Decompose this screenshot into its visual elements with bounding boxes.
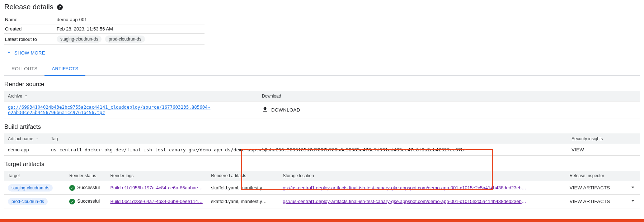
chevron-down-icon [630, 184, 636, 192]
table-row: prod-cloudrun-ds Successful Build 0bc1d2… [4, 195, 640, 208]
release-details-table: Name demo-app-001 Created Feb 28, 2023, … [4, 15, 205, 45]
col-archive-label: Archive [8, 94, 22, 99]
tab-artifacts[interactable]: ARTIFACTS [44, 62, 85, 76]
view-artifacts-label: VIEW ARTIFACTS [569, 185, 610, 190]
detail-row-created: Created Feb 28, 2023, 11:53:56 AM [4, 24, 205, 34]
table-row: demo-app us-central1-docker.pkg.dev/fina… [4, 144, 640, 156]
target-artifacts-table: Target Render status Render logs Rendere… [4, 171, 640, 208]
detail-value: demo-app-001 [56, 15, 205, 24]
build-artifacts-heading: Build artifacts [4, 123, 640, 131]
render-source-heading: Render source [4, 81, 640, 88]
target-chip[interactable]: prod-cloudrun-ds [105, 36, 145, 43]
target-chip[interactable]: staging-cloudrun-ds [8, 184, 53, 192]
storage-link[interactable]: gs://us-central1.deploy-artifacts.final-… [283, 185, 527, 190]
download-button[interactable]: DOWNLOAD [262, 106, 636, 114]
detail-row-name: Name demo-app-001 [4, 15, 205, 24]
success-icon [69, 185, 75, 191]
view-artifacts-button[interactable]: VIEW ARTIFACTS [569, 184, 636, 192]
detail-row-latest-rollout: Latest rollout to staging-cloudrun-ds pr… [4, 34, 205, 45]
sort-ascending-icon: ↑ [36, 136, 38, 141]
status-label: Successful [77, 198, 100, 204]
chevron-down-icon [630, 198, 636, 205]
view-artifacts-label: VIEW ARTIFACTS [569, 199, 610, 204]
detail-label: Latest rollout to [4, 34, 56, 45]
show-more-button[interactable]: SHOW MORE [4, 45, 640, 61]
build-artifacts-table: Artifact name ↑ Tag Security insights de… [4, 133, 640, 156]
view-artifacts-button[interactable]: VIEW ARTIFACTS [569, 198, 636, 205]
show-more-label: SHOW MORE [14, 50, 45, 56]
target-chip[interactable]: staging-cloudrun-ds [57, 36, 102, 43]
col-download: Download [258, 91, 640, 101]
status-label: Successful [77, 185, 100, 190]
col-archive[interactable]: Archive ↑ [4, 91, 258, 101]
col-artifact-name[interactable]: Artifact name ↑ [4, 133, 47, 144]
detail-label: Name [4, 15, 56, 24]
col-render-logs[interactable]: Render logs [107, 171, 207, 181]
col-tag[interactable]: Tag [47, 133, 568, 144]
detail-value: Feb 28, 2023, 11:53:56 AM [56, 24, 205, 34]
col-artifact-name-label: Artifact name [8, 136, 33, 141]
storage-link[interactable]: gs://us-central1.deploy-artifacts.final-… [283, 199, 527, 204]
rendered-artifacts: skaffold.yaml, manifest.y… [207, 195, 279, 208]
render-source-table: Archive ↑ Download gs://69934104024b43e2… [4, 91, 640, 118]
rendered-artifacts: skaffold.yaml, manifest.y… [207, 181, 279, 195]
col-insights: Security insights [568, 133, 640, 144]
table-row: gs://69934104024b43e2bc9755a2cac44141_cl… [4, 101, 640, 118]
target-artifacts-heading: Target artifacts [4, 161, 640, 168]
archive-link[interactable]: gs://69934104024b43e2bc9755a2cac44141_cl… [8, 104, 210, 115]
download-label: DOWNLOAD [271, 107, 300, 113]
render-status-cell: Successful [66, 181, 107, 195]
page-title: Release details [4, 3, 53, 11]
chevron-down-icon [6, 49, 12, 57]
col-rendered-artifacts[interactable]: Rendered artifacts [207, 171, 279, 181]
table-row: staging-cloudrun-ds Successful Build e1b… [4, 181, 640, 195]
target-chip[interactable]: prod-cloudrun-ds [8, 198, 48, 205]
help-icon[interactable]: ? [57, 4, 63, 10]
col-render-status[interactable]: Render status [66, 171, 107, 181]
tab-rollouts[interactable]: ROLLOUTS [4, 62, 44, 75]
detail-label: Created [4, 24, 56, 34]
col-target[interactable]: Target [4, 171, 66, 181]
col-inspector: Release Inspector [566, 171, 640, 181]
download-icon [262, 106, 268, 114]
sort-ascending-icon: ↑ [25, 93, 27, 99]
artifact-tag: us-central1-docker.pkg.dev/final-ish-tes… [47, 144, 568, 156]
render-log-link[interactable]: Build e1b1956b-197a-4c84-ae6a-86aabae… [110, 185, 202, 190]
render-status-cell: Successful [66, 195, 107, 208]
success-icon [69, 199, 75, 204]
col-storage[interactable]: Storage location [279, 171, 566, 181]
view-insights-link[interactable]: VIEW [572, 147, 584, 152]
tabs: ROLLOUTS ARTIFACTS [4, 62, 640, 76]
artifact-name: demo-app [4, 144, 47, 156]
render-log-link[interactable]: Build 0bc1d23e-64a7-4b34-a6b8-0eee114… [110, 199, 202, 204]
